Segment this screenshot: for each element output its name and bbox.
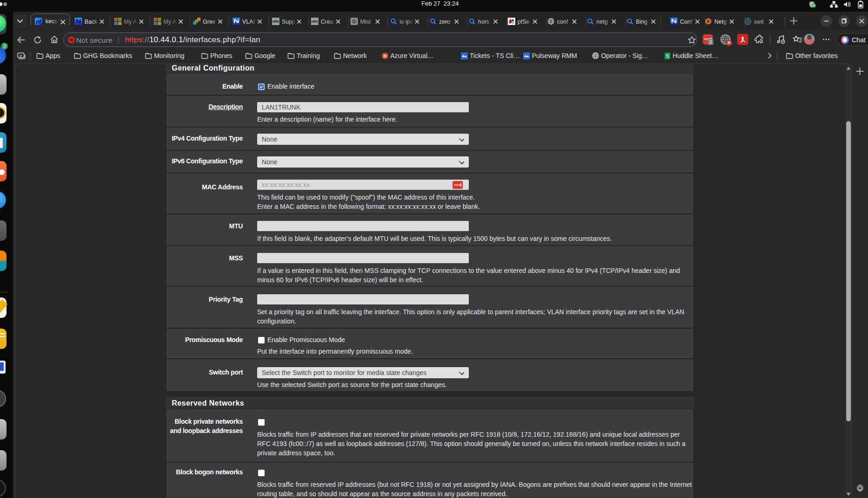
svg-text:pf: pf [36, 19, 42, 24]
svg-text:HPE: HPE [311, 20, 318, 23]
svg-text:HPE: HPE [272, 20, 279, 23]
svg-text:S: S [666, 53, 669, 58]
